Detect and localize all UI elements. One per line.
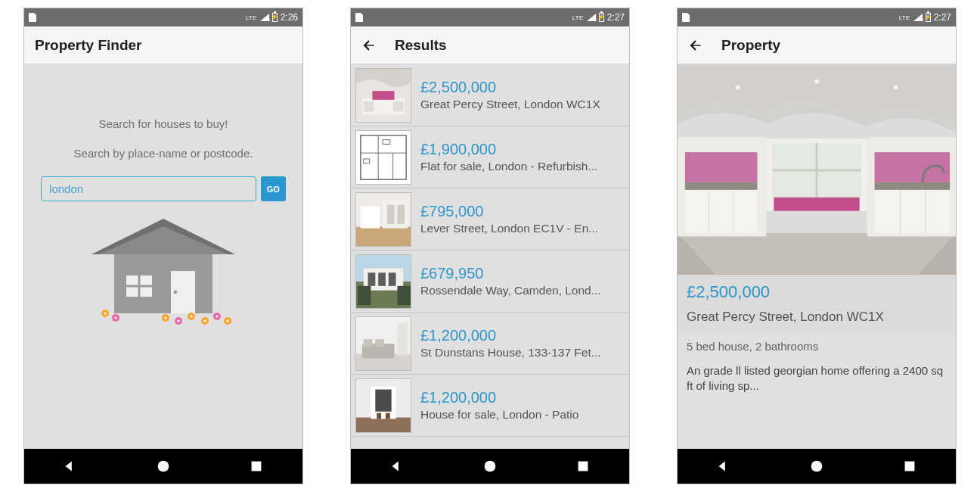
android-nav-bar	[678, 449, 956, 484]
app-bar: Property	[678, 26, 956, 64]
svg-rect-48	[378, 272, 386, 286]
network-label: LTE	[246, 14, 257, 21]
list-item[interactable]: £1,200,000 House for sale, London - Pati…	[351, 375, 629, 437]
price: £1,200,000	[420, 389, 625, 406]
nav-back-icon[interactable]	[715, 458, 732, 475]
svg-rect-57	[397, 322, 408, 355]
svg-point-19	[204, 320, 206, 322]
nav-recent-icon[interactable]	[248, 458, 265, 475]
svg-rect-80	[875, 188, 950, 234]
price: £2,500,000	[420, 79, 625, 96]
nav-home-icon[interactable]	[155, 458, 172, 475]
svg-point-17	[191, 316, 193, 318]
svg-point-11	[115, 317, 117, 319]
list-item[interactable]: £679,950 Rossendale Way, Camden, Lond...	[351, 251, 629, 313]
svg-point-15	[178, 320, 180, 322]
battery-icon: ⚡	[599, 13, 604, 22]
svg-rect-74	[685, 188, 757, 234]
nav-home-icon[interactable]	[482, 458, 498, 475]
android-nav-bar	[351, 449, 629, 484]
results-list[interactable]: £2,500,000 Great Percy Street, London WC…	[351, 64, 629, 449]
address: House for sale, London - Patio	[420, 408, 625, 422]
subline-text: Search by place-name or postcode.	[74, 147, 253, 160]
phone-screen-results: LTE × ⚡ 2:27 Results	[350, 8, 630, 484]
clock: 2:27	[934, 12, 951, 23]
address: Lever Street, London EC1V - En...	[420, 222, 625, 235]
back-button[interactable]	[361, 38, 377, 53]
clock: 2:27	[607, 12, 625, 23]
hero-image	[678, 64, 956, 275]
sd-card-icon	[29, 13, 36, 22]
signal-icon: ×	[913, 14, 923, 21]
svg-rect-61	[375, 389, 391, 411]
nav-back-icon[interactable]	[62, 458, 79, 475]
svg-rect-29	[364, 101, 374, 111]
thumbnail-image	[355, 192, 411, 247]
status-bar: LTE × ⚡ 2:27	[678, 8, 956, 26]
svg-point-87	[893, 86, 898, 90]
go-button[interactable]: GO	[261, 176, 286, 201]
list-item[interactable]: £795,000 Lever Street, London EC1V - En.…	[351, 188, 629, 251]
network-label: LTE	[572, 14, 584, 21]
nav-home-icon[interactable]	[808, 458, 825, 475]
svg-rect-55	[364, 339, 373, 347]
svg-point-64	[485, 461, 496, 472]
svg-rect-30	[393, 101, 404, 111]
list-item[interactable]: £2,500,000 Great Percy Street, London WC…	[351, 64, 629, 126]
list-item[interactable]: £1,900,000 Flat for sale, London - Refur…	[351, 126, 629, 188]
svg-rect-83	[875, 182, 950, 190]
nav-back-icon[interactable]	[389, 458, 405, 475]
thumbnail-image	[355, 68, 411, 123]
nav-recent-icon[interactable]	[575, 458, 591, 475]
svg-rect-62	[377, 412, 381, 419]
svg-rect-50	[358, 285, 371, 304]
svg-point-9	[104, 313, 107, 315]
app-bar: Property Finder	[24, 26, 302, 64]
svg-rect-84	[875, 152, 950, 182]
signal-icon: ×	[260, 14, 269, 21]
search-screen-body: Search for houses to buy! Search by plac…	[24, 64, 302, 449]
svg-rect-39	[356, 226, 411, 245]
svg-rect-65	[578, 462, 588, 472]
svg-point-86	[814, 79, 819, 84]
address: Rossendale Way, Camden, Lond...	[420, 284, 625, 297]
svg-rect-28	[372, 91, 394, 100]
nav-recent-icon[interactable]	[901, 458, 918, 475]
page-title: Results	[395, 37, 447, 54]
status-bar: LTE × ⚡ 2:27	[351, 8, 629, 26]
svg-rect-51	[397, 285, 411, 304]
signal-icon: ×	[587, 14, 596, 21]
svg-rect-47	[368, 272, 376, 286]
thumbnail-image	[355, 130, 411, 185]
svg-rect-63	[386, 412, 390, 419]
phone-screen-search: LTE × ⚡ 2:26 Property Finder Search for …	[23, 8, 303, 484]
svg-point-7	[174, 291, 178, 294]
phone-screen-detail: LTE × ⚡ 2:27 Property	[677, 8, 957, 484]
svg-point-88	[811, 461, 823, 472]
svg-rect-56	[375, 339, 384, 347]
network-label: LTE	[899, 14, 910, 21]
svg-rect-42	[387, 204, 395, 223]
status-bar: LTE × ⚡ 2:26	[24, 8, 302, 26]
list-item[interactable]: £1,200,000 St Dunstans House, 133-137 Fe…	[351, 313, 629, 375]
svg-marker-0	[99, 223, 228, 254]
thumbnail-image	[355, 378, 411, 433]
battery-icon: ⚡	[272, 13, 278, 22]
svg-rect-77	[685, 182, 757, 190]
address: Great Percy Street, London WC1X	[420, 98, 625, 111]
svg-point-24	[158, 461, 169, 472]
svg-rect-31	[356, 131, 411, 184]
search-input[interactable]	[41, 176, 256, 201]
svg-rect-25	[251, 462, 261, 472]
thumbnail-image	[355, 316, 411, 371]
back-button[interactable]	[688, 38, 703, 53]
sd-card-icon	[355, 13, 363, 22]
page-title: Property	[721, 37, 780, 54]
thumbnail-image	[355, 254, 411, 309]
house-illustration	[76, 207, 250, 328]
page-title: Property Finder	[35, 37, 141, 54]
svg-rect-49	[389, 272, 396, 286]
price: £795,000	[420, 203, 625, 220]
svg-point-21	[216, 316, 219, 318]
detail-info-card: £2,500,000 Great Percy Street, London WC…	[678, 275, 956, 334]
